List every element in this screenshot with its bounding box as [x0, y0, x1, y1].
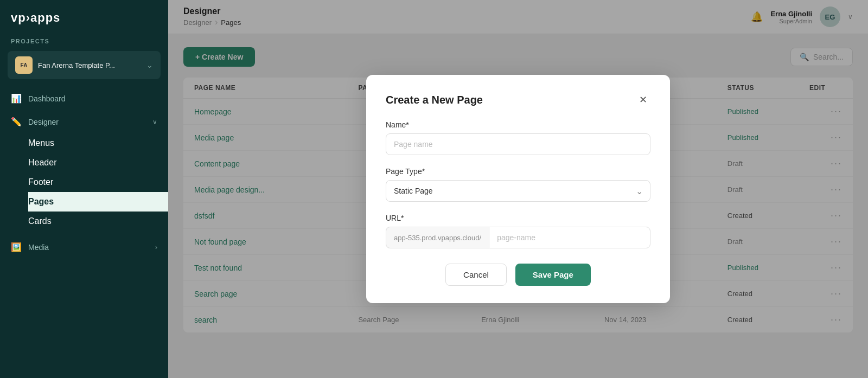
sidebar-item-footer[interactable]: Footer	[28, 172, 168, 192]
sidebar-item-dashboard-label: Dashboard	[28, 94, 66, 103]
sidebar-item-media[interactable]: 🖼️ Media ›	[0, 235, 168, 259]
url-field-group: URL* app-535.prod.vpapps.cloud/	[386, 214, 650, 248]
sidebar-item-designer-label: Designer	[28, 118, 59, 126]
designer-submenu: Menus Header Footer Pages Cards	[0, 133, 168, 231]
page-type-field-group: Page Type* Static Page Search Page Media…	[386, 167, 650, 202]
sidebar-item-cards-label: Cards	[28, 216, 52, 226]
url-slug-input[interactable]	[489, 227, 650, 248]
main-content: Designer Designer › Pages 🔔 Erna Gjinoll…	[168, 0, 868, 378]
project-selector[interactable]: FA Fan Arerna Template P... ⌄	[8, 51, 161, 79]
sidebar-item-cards[interactable]: Cards	[28, 212, 168, 231]
sidebar-item-dashboard[interactable]: 📊 Dashboard	[0, 87, 168, 110]
sidebar-item-footer-label: Footer	[28, 177, 53, 187]
create-page-modal: Create a New Page ✕ Name* Page Type* Sta…	[366, 75, 670, 303]
sidebar-item-pages[interactable]: Pages	[28, 192, 168, 212]
name-field-group: Name*	[386, 120, 650, 155]
logo-text: vp›apps	[11, 11, 60, 25]
url-prefix: app-535.prod.vpapps.cloud/	[386, 227, 489, 248]
project-avatar: FA	[15, 56, 33, 74]
page-type-select[interactable]: Static Page Search Page Media Page Conte…	[386, 180, 650, 202]
modal-title: Create a New Page	[386, 94, 483, 106]
sidebar: vp›apps PROJECTS FA Fan Arerna Template …	[0, 0, 168, 378]
media-chevron-icon: ›	[155, 244, 157, 251]
sidebar-item-menus[interactable]: Menus	[28, 133, 168, 153]
save-page-button[interactable]: Save Page	[515, 264, 591, 286]
project-name: Fan Arerna Template P...	[38, 61, 141, 69]
media-icon: 🖼️	[11, 242, 22, 252]
designer-icon: ✏️	[11, 117, 22, 127]
modal-close-button[interactable]: ✕	[635, 92, 650, 107]
modal-actions: Cancel Save Page	[386, 264, 650, 286]
sidebar-item-header-label: Header	[28, 158, 56, 167]
dashboard-icon: 📊	[11, 93, 22, 104]
modal-overlay[interactable]: Create a New Page ✕ Name* Page Type* Sta…	[168, 0, 868, 378]
app-logo: vp›apps	[0, 0, 168, 30]
sidebar-item-designer[interactable]: ✏️ Designer ∨	[0, 110, 168, 133]
projects-label: PROJECTS	[0, 30, 168, 48]
sidebar-item-media-label: Media	[28, 243, 49, 252]
name-input[interactable]	[386, 133, 650, 155]
cancel-button[interactable]: Cancel	[445, 264, 507, 286]
sidebar-item-header[interactable]: Header	[28, 153, 168, 172]
page-type-label: Page Type*	[386, 167, 650, 176]
url-label: URL*	[386, 214, 650, 222]
name-label: Name*	[386, 120, 650, 129]
page-type-select-wrapper: Static Page Search Page Media Page Conte…	[386, 180, 650, 202]
designer-chevron-icon: ∨	[152, 118, 157, 126]
url-group: app-535.prod.vpapps.cloud/	[386, 227, 650, 248]
modal-header: Create a New Page ✕	[386, 92, 650, 107]
sidebar-item-menus-label: Menus	[28, 138, 54, 148]
sidebar-item-pages-label: Pages	[28, 197, 54, 206]
project-chevron-icon: ⌄	[146, 61, 153, 69]
